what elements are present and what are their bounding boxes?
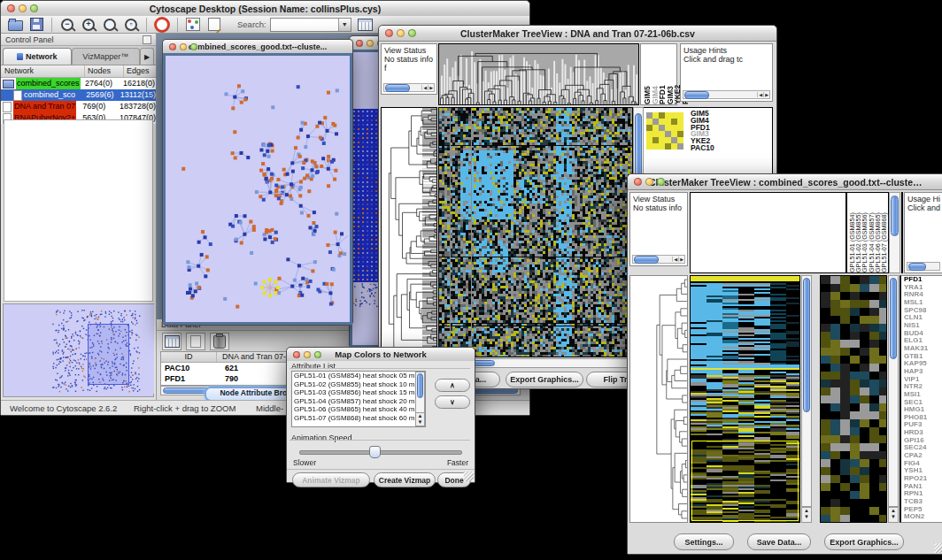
tree2-heatmap-vscrollbar[interactable] [801,275,812,507]
tree2-heatmap-scroll-arrows[interactable]: ▲▼ [801,507,812,523]
zoom-selected-button[interactable]: ▫ [122,17,140,33]
search-dropdown-arrow[interactable]: ▼ [338,19,351,31]
attribute-list-item[interactable]: GPL51-04 (GSM857) heat shock 20 min [294,397,425,406]
network-row[interactable]: combined_scores 2764(0) 16218(0) [1,78,156,89]
close-button[interactable] [293,351,300,358]
zoom-in-button[interactable]: + [80,17,97,33]
birdseye-canvas[interactable] [4,304,154,394]
minimize-button[interactable] [645,178,653,186]
tab-vizmapper[interactable]: VizMapper™ [72,48,141,65]
help-button[interactable] [153,17,171,33]
net1-content[interactable] [163,53,352,325]
scroll-left-icon[interactable]: ◀ [757,92,763,97]
tree1-column-dendrogram[interactable] [438,43,639,105]
delete-attribute-button[interactable] [210,333,229,350]
correlation-matrix-canvas[interactable] [645,111,684,151]
treeview-window-2: ClusterMaker TreeView : combined_scores_… [627,173,942,555]
zoom-out-button[interactable]: − [58,17,76,33]
attribute-list[interactable]: GPL51-01 (GSM854) heat shock 05 minGPL51… [291,371,426,427]
main-titlebar[interactable]: Cytoscape Desktop (Session Name: collins… [1,1,529,17]
zoom-window-button[interactable] [30,4,38,12]
close-button[interactable] [356,40,363,47]
close-button[interactable] [634,178,642,186]
speed-slider-thumb[interactable] [369,446,381,458]
zoom-fit-button[interactable] [101,17,119,33]
attribute-batch-button[interactable] [357,17,374,33]
save-button[interactable] [27,17,45,33]
birdseye-view[interactable] [3,303,154,397]
scroll-right-icon[interactable]: ▶ [763,92,769,97]
export-graphics-button[interactable]: Export Graphics... [824,533,904,550]
tree2-usage-hints: Usage Hi Click and [904,192,942,273]
annotation-button[interactable] [205,17,223,33]
speed-slider-track[interactable] [299,450,462,455]
move-down-button[interactable]: ∨ [435,395,470,409]
network-canvas[interactable] [166,56,348,319]
usage-hints-scrollbar[interactable]: ◀▶ [683,90,770,99]
tab-overflow-arrow[interactable]: ▶ [140,48,154,65]
attribute-list-item[interactable]: GPL51-07 (GSM868) heat shock 60 min [294,414,425,423]
tree2-zoom-heatmap[interactable] [820,275,887,523]
tree1-titlebar[interactable]: ClusterMaker TreeView : DNA and Tran 07-… [379,26,776,42]
minimize-button[interactable] [397,29,405,37]
tree2-column-labels: GPL51-01 (GSM854)GPL51-02 (GSM855)GPL51-… [846,192,889,273]
attribute-list-item[interactable]: GPL51-06 (GSM865) heat shock 40 min [294,405,425,414]
map-colors-dialog: Map Colors to Network Attribute List GPL… [286,347,475,483]
usage-hints-scrollbar[interactable] [907,262,940,271]
tree2-top-vscrollbar[interactable] [889,192,900,273]
close-button[interactable] [169,43,176,50]
minimize-button[interactable] [19,4,27,12]
minimize-button[interactable] [367,40,374,47]
new-attribute-button[interactable] [186,333,205,350]
tree2-row-dendrogram[interactable] [629,275,688,523]
view-status-scrollbar[interactable]: ◀▶ [632,255,685,264]
scroll-left-icon[interactable]: ◀ [421,85,428,90]
float-panel-icon[interactable] [143,35,151,44]
zoom-window-button[interactable] [190,43,197,50]
attribute-list-item[interactable]: GPL51-01 (GSM854) heat shock 05 min [294,372,425,380]
tree2-gene-list[interactable]: PFD1YRA1RNR4MSL1SPC98CLN1NIS1BUD4ELG1MAK… [900,275,942,523]
scroll-left-icon[interactable]: ◀ [672,257,678,262]
view-status-scrollbar[interactable]: ◀▶ [383,83,435,92]
resize-grip[interactable] [934,543,942,553]
attribute-list-scroll-arrows[interactable]: ▲▼ [415,412,425,426]
attribute-list-item[interactable]: GPL51-03 (GSM856) heat shock 15 min [294,388,425,397]
resize-grip[interactable] [464,472,474,481]
tree2-zoom-scroll-arrows[interactable]: ▲▼ [888,507,899,523]
gene-label[interactable]: MON2 [904,513,942,521]
select-attributes-button[interactable] [162,333,181,350]
dialog-titlebar[interactable]: Map Colors to Network [287,348,475,362]
move-up-button[interactable]: ∧ [435,379,470,392]
zoom-window-button[interactable] [408,29,416,37]
zoom-window-button[interactable] [314,351,321,358]
open-button[interactable] [6,17,24,33]
search-input[interactable] [271,19,338,31]
export-graphics-button[interactable]: Export Graphics... [506,372,583,387]
tree2-heatmap[interactable] [690,275,800,523]
save-data-button[interactable]: Save Data... [747,533,811,550]
tree2-column-dendrogram[interactable] [690,192,846,273]
zoom-window-button[interactable] [657,178,665,186]
net1-titlebar[interactable]: combined_scores_good.txt--cluste... [163,40,352,54]
vizmapper-button[interactable] [184,17,202,33]
animate-vizmap-button[interactable]: Animate Vizmap [292,472,370,487]
zoom-fit-icon [104,19,116,31]
scroll-right-icon[interactable]: ▶ [678,257,684,262]
tree2-titlebar[interactable]: ClusterMaker TreeView : combined_scores_… [628,174,942,190]
settings-button[interactable]: Settings... [674,533,734,550]
close-button[interactable] [7,4,15,12]
tree1-heatmap[interactable] [438,107,633,357]
network-row-selected[interactable]: combined_sco 2569(6) 13112(15) [1,89,156,101]
attribute-list-item[interactable]: GPL51-02 (GSM855) heat shock 10 min [294,380,425,389]
minimize-button[interactable] [180,43,187,50]
tree1-row-dendrogram[interactable] [381,107,437,357]
create-vizmap-button[interactable]: Create Vizmap [374,472,436,487]
minimize-button[interactable] [304,351,311,358]
scroll-right-icon[interactable]: ▶ [428,85,434,90]
search-combobox[interactable]: ▼ [270,18,351,32]
network-row[interactable]: DNA and Tran 07 769(0) 183728(0) [1,101,156,112]
life-ring-icon [154,17,170,33]
tree2-zoom-vscrollbar[interactable] [888,275,899,507]
tab-network[interactable]: Network [3,48,72,65]
close-button[interactable] [385,29,393,37]
